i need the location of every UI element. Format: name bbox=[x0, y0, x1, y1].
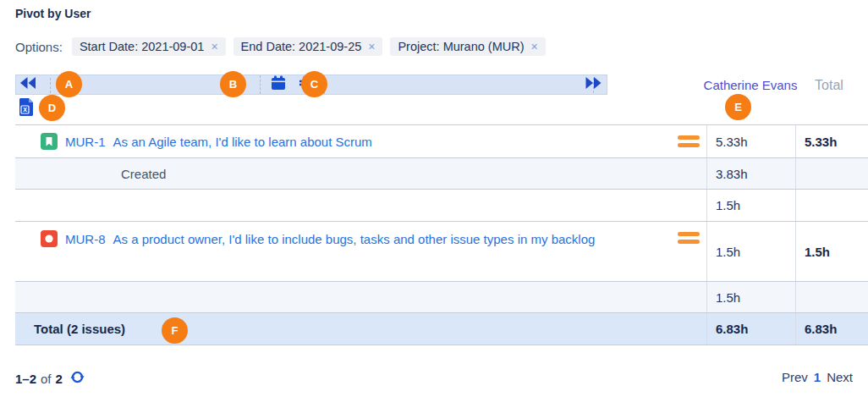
total-cell bbox=[795, 282, 868, 312]
next-page-button[interactable]: Next bbox=[827, 370, 853, 384]
table-row-detail: Created 3.83h bbox=[15, 157, 868, 189]
remove-filter-icon[interactable]: × bbox=[368, 41, 375, 52]
refresh-icon bbox=[70, 370, 85, 387]
hours-cell: 1.5h bbox=[706, 282, 795, 312]
filter-chip-label: Start Date: 2021-09-01 bbox=[80, 40, 205, 53]
page-number-1[interactable]: 1 bbox=[814, 370, 821, 384]
export-excel-button[interactable]: x bbox=[19, 98, 34, 119]
total-cell bbox=[795, 158, 868, 189]
scroll-right-icon bbox=[585, 77, 602, 92]
annotation-badge-b: B bbox=[220, 71, 246, 97]
table-row-grand-total: Total (2 issues) 6.83h 6.83h bbox=[15, 312, 868, 345]
annotation-badge-a: A bbox=[56, 71, 82, 97]
priority-medium-icon bbox=[678, 135, 700, 152]
svg-text:x: x bbox=[23, 105, 27, 113]
scroll-left-button[interactable] bbox=[18, 75, 39, 94]
filter-chip-label: End Date: 2021-09-25 bbox=[241, 40, 362, 53]
grand-total-cell: 6.83h bbox=[795, 313, 868, 345]
column-header-user[interactable]: Catherine Evans bbox=[700, 78, 801, 92]
grand-total-hours-cell: 6.83h bbox=[706, 313, 795, 345]
result-range-of: of bbox=[41, 372, 52, 386]
detail-cell bbox=[15, 282, 706, 312]
annotation-badge-e: E bbox=[725, 94, 751, 120]
scroll-right-button[interactable] bbox=[583, 75, 604, 94]
prev-page-button[interactable]: Prev bbox=[782, 370, 808, 384]
options-bar: Options: Start Date: 2021-09-01 × End Da… bbox=[15, 37, 546, 56]
hours-cell: 3.83h bbox=[706, 158, 795, 189]
story-icon bbox=[41, 133, 58, 150]
annotation-badge-c: C bbox=[301, 71, 327, 97]
total-cell: 5.33h bbox=[795, 125, 868, 157]
table-row-issue: MUR-8 As a product owner, I'd like to in… bbox=[15, 221, 868, 281]
export-excel-icon: x bbox=[19, 104, 34, 119]
table-row-issue: MUR-1 As an Agile team, I'd like to lear… bbox=[15, 124, 868, 157]
table-row-detail: 1.5h bbox=[15, 189, 868, 221]
total-cell bbox=[795, 190, 868, 221]
annotation-badge-f: F bbox=[162, 317, 188, 344]
hours-cell: 1.5h bbox=[706, 190, 795, 221]
filter-chip-label: Project: Murano (MUR) bbox=[398, 40, 524, 53]
remove-filter-icon[interactable]: × bbox=[211, 41, 217, 52]
filter-chip-start-date: Start Date: 2021-09-01 × bbox=[72, 37, 226, 56]
annotation-badge-d: D bbox=[39, 95, 65, 121]
pivot-by-user-report: Pivot by User Options: Start Date: 2021-… bbox=[0, 0, 868, 397]
result-range-numbers: 1–2 bbox=[15, 372, 36, 386]
issue-key-link[interactable]: MUR-1 bbox=[65, 135, 106, 149]
result-range: 1–2 of 2 bbox=[15, 370, 85, 387]
issue-summary-link[interactable]: As a product owner, I'd like to include … bbox=[113, 228, 596, 251]
bug-icon bbox=[41, 228, 58, 245]
refresh-button[interactable] bbox=[70, 370, 85, 387]
issue-cell: MUR-8 As a product owner, I'd like to in… bbox=[15, 222, 706, 281]
total-cell: 1.5h bbox=[795, 222, 868, 281]
table-row-detail: 1.5h bbox=[15, 281, 868, 312]
detail-label: Created bbox=[15, 167, 166, 181]
issue-summary-link[interactable]: As an Agile team, I'd like to learn abou… bbox=[113, 135, 372, 149]
scroll-left-icon bbox=[20, 77, 36, 92]
page-title: Pivot by User bbox=[15, 7, 91, 20]
calendar-icon bbox=[271, 75, 286, 94]
column-header-total: Total bbox=[795, 78, 863, 93]
hours-cell: 5.33h bbox=[706, 125, 795, 157]
grand-total-label: Total (2 issues) bbox=[15, 313, 706, 345]
issue-cell: MUR-1 As an Agile team, I'd like to lear… bbox=[15, 125, 706, 157]
result-total-count: 2 bbox=[56, 372, 63, 386]
issue-key-link[interactable]: MUR-8 bbox=[65, 228, 106, 251]
pagination-controls: Prev 1 Next bbox=[782, 370, 853, 384]
detail-cell: Created bbox=[15, 158, 706, 189]
pivot-table: MUR-1 As an Agile team, I'd like to lear… bbox=[15, 124, 868, 345]
priority-medium-icon bbox=[678, 231, 700, 249]
toolbar-separator bbox=[50, 78, 51, 93]
filter-chip-end-date: End Date: 2021-09-25 × bbox=[233, 37, 383, 56]
options-label: Options: bbox=[15, 40, 63, 54]
hours-cell: 1.5h bbox=[706, 222, 795, 281]
remove-filter-icon[interactable]: × bbox=[531, 41, 538, 52]
detail-cell bbox=[15, 190, 706, 221]
calendar-button[interactable] bbox=[268, 75, 288, 94]
filter-chip-project: Project: Murano (MUR) × bbox=[390, 37, 545, 56]
